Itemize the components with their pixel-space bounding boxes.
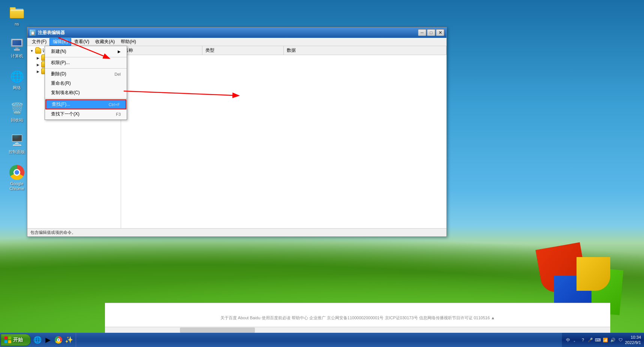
tray-period[interactable]: 。 xyxy=(572,337,578,343)
promotion[interactable]: 企业推广 xyxy=(309,316,326,320)
maximize-button[interactable]: □ xyxy=(427,29,435,36)
menu-find-label: 查找(F)... xyxy=(52,101,70,108)
menu-new[interactable]: 新建(N) ▶ xyxy=(45,47,127,56)
about-baidu[interactable]: 关于百度 xyxy=(220,316,237,320)
icon-label-ns: ns xyxy=(15,22,19,27)
start-logo xyxy=(4,336,12,344)
tray-lang[interactable]: 中 xyxy=(565,337,571,343)
column-headers: 名称 类型 数据 xyxy=(121,46,446,55)
menu-find-next-label: 查找下一个(X) xyxy=(51,111,79,117)
tree-arrow-child3: ▶ xyxy=(36,69,40,74)
desktop-icon-control[interactable]: 🖥️ 控制面板 xyxy=(4,132,30,156)
tray-mic[interactable]: 🎤 xyxy=(587,337,593,343)
title-bar: 📋 注册表编辑器 ─ □ ✕ xyxy=(27,27,446,38)
desktop-icons: ns 计算机 🌐 网络 🗑️ 回收站 xyxy=(4,4,30,193)
icp2: 京ICP证030173号 xyxy=(385,316,418,320)
quick-media[interactable]: ▶ xyxy=(43,335,52,344)
window-title: 注册表编辑器 xyxy=(38,30,65,36)
close-button[interactable]: ✕ xyxy=(436,29,444,36)
tree-arrow-child1: ▶ xyxy=(36,56,40,60)
chrome-icon xyxy=(9,165,24,180)
menu-find-next-shortcut: F3 xyxy=(116,112,121,117)
system-tray: 中 。 ? 🎤 ⌨ 📶 🔊 🛡 10:34 2022/9/1 xyxy=(562,333,644,347)
about-baidu-en[interactable]: About Baidu xyxy=(238,316,262,320)
tray-network[interactable]: 📶 xyxy=(602,337,608,343)
icp3: 信息网络传播视听节目许可证 0110516 xyxy=(419,316,491,320)
title-buttons: ─ □ ✕ xyxy=(418,29,444,36)
status-bar: 包含编辑值或项的命令。 xyxy=(27,228,446,236)
flag-yellow xyxy=(577,257,610,291)
usage[interactable]: 使用百度前必读 xyxy=(262,316,291,320)
menu-new-label: 新建(N) xyxy=(51,48,66,55)
tray-date-value: 2022/9/1 xyxy=(625,340,641,345)
desktop-icon-computer[interactable]: 计算机 xyxy=(4,36,30,60)
col-data: 数据 xyxy=(284,46,446,55)
quick-extra[interactable]: ✨ xyxy=(64,335,73,344)
menu-help[interactable]: 帮助(H) xyxy=(118,38,139,46)
menu-permissions[interactable]: 权限(P)... xyxy=(45,58,127,67)
menu-bar: 文件(F) 编辑(E) 查看(V) 收藏夹(A) 帮助(H) xyxy=(27,38,446,46)
menu-find-shortcut: Ctrl+F xyxy=(109,102,120,107)
recycle-icon: 🗑️ xyxy=(9,101,24,116)
menu-favorites[interactable]: 收藏夹(A) xyxy=(92,38,118,46)
tree-arrow: ▼ xyxy=(30,49,34,53)
desktop-icon-recycle[interactable]: 🗑️ 回收站 xyxy=(4,100,30,124)
menu-edit[interactable]: 编辑(E) xyxy=(49,38,71,46)
menu-delete[interactable]: 删除(D) Del xyxy=(45,69,127,79)
minimize-button[interactable]: ─ xyxy=(418,29,426,36)
browser-footer: 关于百度 About Baidu 使用百度前必读 帮助中心 企业推广 京公网安备… xyxy=(220,315,495,321)
svg-rect-4 xyxy=(4,340,7,343)
menu-find-next[interactable]: 查找下一个(X) F3 xyxy=(45,109,127,119)
quick-chrome[interactable] xyxy=(54,335,63,344)
tray-time-value: 10:34 xyxy=(625,335,641,340)
menu-delete-shortcut: Del xyxy=(114,72,121,76)
menu-new-arrow: ▶ xyxy=(118,49,121,54)
separator-1 xyxy=(45,57,127,57)
menu-copy-key[interactable]: 复制项名称(C) xyxy=(45,88,127,97)
menu-permissions-label: 权限(P)... xyxy=(51,60,70,66)
tray-keyboard[interactable]: ⌨ xyxy=(595,337,601,343)
tray-volume[interactable]: 🔊 xyxy=(610,337,616,343)
icon-label-computer: 计算机 xyxy=(11,54,23,58)
tree-arrow-child2: ▶ xyxy=(36,63,40,67)
tray-help[interactable]: ? xyxy=(580,337,586,343)
quick-ie[interactable]: 🌐 xyxy=(33,335,42,344)
desktop-icon-network[interactable]: 🌐 网络 xyxy=(4,67,30,92)
title-bar-text: 📋 注册表编辑器 xyxy=(30,30,65,36)
desktop-icon-chrome[interactable]: Google Chrome xyxy=(4,163,30,193)
menu-file[interactable]: 文件(F) xyxy=(29,38,49,46)
tree-folder-icon xyxy=(35,48,41,54)
svg-rect-3 xyxy=(8,337,11,340)
start-label: 开始 xyxy=(13,337,23,343)
menu-find[interactable]: 查找(F)... Ctrl+F xyxy=(45,99,126,109)
desktop-icon-ns[interactable]: ns xyxy=(4,4,30,28)
scroll-up-icon[interactable]: ▲ xyxy=(491,316,495,320)
menu-rename[interactable]: 重命名(R) xyxy=(45,79,127,88)
menu-view[interactable]: 查看(V) xyxy=(71,38,92,46)
svg-rect-2 xyxy=(4,337,7,340)
menu-rename-label: 重命名(R) xyxy=(51,80,71,87)
separator-2 xyxy=(45,68,127,69)
network-icon: 🌐 xyxy=(9,69,24,84)
registry-icon: 📋 xyxy=(30,30,36,36)
icp1: 京公网安备11000002000001号 xyxy=(327,316,385,320)
separator-3 xyxy=(45,98,127,99)
icon-label-chrome: Google Chrome xyxy=(5,181,28,191)
browser-scrollbar[interactable] xyxy=(105,327,610,333)
icon-label-network: 网络 xyxy=(13,85,21,90)
status-text: 包含编辑值或项的命令。 xyxy=(30,230,76,235)
folder-icon-ns xyxy=(9,5,24,20)
browser-scrollbar-thumb xyxy=(180,328,255,333)
help-center[interactable]: 帮助中心 xyxy=(292,316,309,320)
quick-launch: 🌐 ▶ ✨ xyxy=(31,333,76,347)
icon-label-recycle: 回收站 xyxy=(11,118,23,123)
tray-security[interactable]: 🛡 xyxy=(617,337,623,343)
col-name: 名称 xyxy=(121,46,202,55)
edit-dropdown-menu: 新建(N) ▶ 权限(P)... 删除(D) Del 重命名(R) 复制项名称(… xyxy=(45,46,127,120)
control-icon: 🖥️ xyxy=(9,133,24,148)
menu-delete-label: 删除(D) xyxy=(51,71,66,77)
taskbar: 开始 🌐 ▶ ✨ 中 。 ? 🎤 ⌨ 📶 🔊 🛡 xyxy=(0,333,644,347)
icon-label-control: 控制面板 xyxy=(9,150,25,154)
start-button[interactable]: 开始 xyxy=(1,334,31,346)
right-pane: 名称 类型 数据 xyxy=(121,46,446,228)
